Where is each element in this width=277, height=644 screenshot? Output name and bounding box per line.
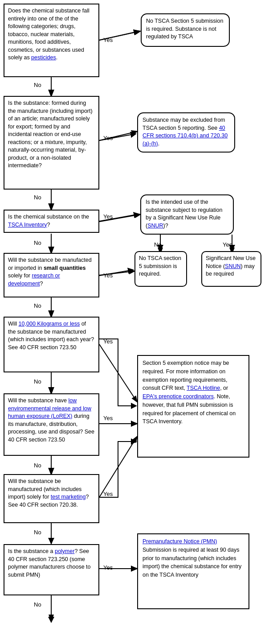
test-marketing-link[interactable]: test marketing [51, 494, 86, 500]
label-q7-yes: Yes [103, 491, 113, 497]
box-q5: Will 10,000 Kilograms or less of the sub… [4, 317, 99, 372]
label-q8-yes: Yes [103, 564, 113, 571]
label-q2-yes: Yes [103, 135, 113, 141]
label-q3-yes: Yes [103, 213, 113, 220]
label-q4-no: No [34, 302, 41, 309]
box-q4: Will the substance be manufacted or impo… [4, 253, 99, 297]
box-q2: Is the substance: formed during the manu… [4, 96, 99, 190]
label-q1-no: No [34, 82, 41, 88]
snur-link[interactable]: SNUR [147, 223, 163, 229]
lorex-link[interactable]: low enviromenmental release and low huma… [8, 397, 91, 419]
label-q8-no: No [34, 601, 41, 608]
label-q6-yes: Yes [103, 415, 113, 421]
box-q6: Will the substance have low enviromenmen… [4, 393, 99, 456]
flowchart: Does the chemical substance fall entirel… [0, 0, 277, 644]
tsca-hotline-link[interactable]: TSCA Hotline [187, 385, 220, 391]
label-snur-no: No [154, 241, 162, 248]
label-q4-yes: Yes [103, 272, 113, 279]
research-link[interactable]: research or development [8, 272, 60, 287]
box-snur-yes: Significant New Use Notice (SNUN) may be… [201, 251, 261, 287]
box-q3: Is the chemical substance on the TSCA In… [4, 210, 99, 233]
polymer-link[interactable]: polymer [55, 548, 74, 554]
label-q7-no: No [34, 529, 41, 536]
pesticides-link[interactable]: pesticides [31, 54, 56, 61]
box-exemption: Section 5 exemption notice may be requir… [137, 355, 249, 458]
label-snur-yes: Yes [223, 241, 232, 248]
label-q6-no: No [34, 462, 41, 469]
label-q1-yes: Yes [103, 37, 113, 43]
box-a2-yes: Substance may be excluded from TSCA sect… [137, 112, 235, 153]
cfr-link[interactable]: 40 CFR sections 710.4(b) and 720.30 (a)-… [143, 125, 228, 147]
svg-line-14 [99, 437, 137, 497]
label-q2-no: No [34, 194, 41, 201]
label-q3-no: No [34, 239, 41, 246]
box-pmn: Premanufacture Notice (PMN) Submission i… [137, 533, 249, 609]
pmn-link[interactable]: Premanufacture Notice (PMN) [143, 538, 217, 545]
epa-coordinators-link[interactable]: EPA's prenotice coordinators [143, 393, 214, 400]
svg-line-10 [99, 344, 137, 401]
box-q7: Will the substance be manufactured (whic… [4, 474, 99, 523]
label-q5-no: No [34, 378, 41, 385]
box-q1: Does the chemical substance fall entirel… [4, 4, 99, 77]
snun-link[interactable]: SNUN [225, 263, 240, 269]
10k-kg-link[interactable]: 10,000 Kilograms or less [19, 321, 80, 327]
box-snur: Is the intended use of the substance sub… [140, 194, 234, 235]
box-a1-yes: No TSCA Section 5 submission is required… [141, 13, 230, 47]
label-q5-yes: Yes [103, 338, 113, 345]
tsca-inventory-link[interactable]: TSCA Inventory [8, 222, 47, 228]
box-q8: Is the substance a polymer? See 40 CFR s… [4, 544, 99, 595]
box-snur-no: No TSCA section 5 submission is required… [134, 251, 187, 287]
